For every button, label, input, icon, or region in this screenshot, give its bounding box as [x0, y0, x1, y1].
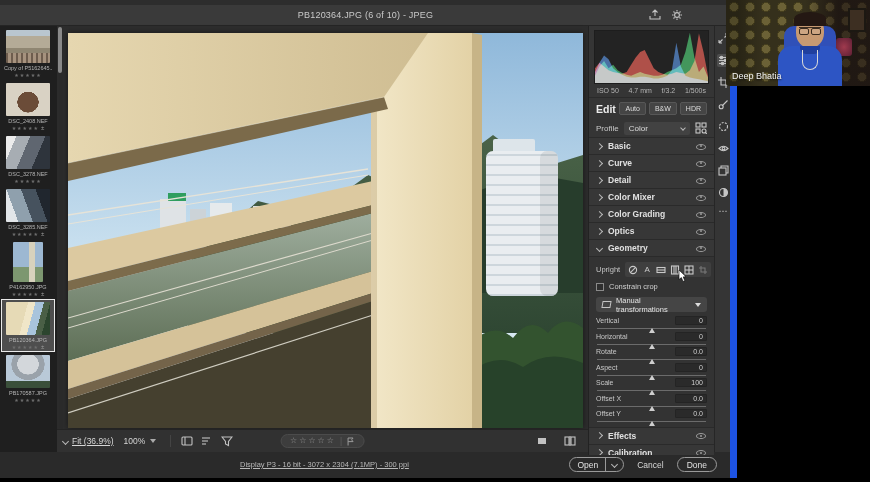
eye-icon[interactable] [696, 210, 706, 219]
versions-icon[interactable] [717, 164, 730, 177]
star-rating[interactable]: ★★★★★ [14, 72, 41, 78]
panel-section-detail[interactable]: Detail [589, 172, 714, 189]
panel-section-basic[interactable]: Basic [589, 138, 714, 155]
slider-thumb[interactable] [649, 390, 655, 395]
filter-icon[interactable] [221, 435, 233, 447]
thumbnail-image[interactable] [13, 242, 43, 282]
filmstrip-item[interactable]: Copy of P5162645.JPG ★★★★★ [2, 28, 54, 79]
masking-tool-icon[interactable] [717, 120, 730, 133]
slider-value[interactable]: 0.0 [675, 347, 707, 356]
slider-track[interactable] [597, 390, 706, 391]
upright-auto-button[interactable]: A [640, 263, 654, 276]
photo[interactable] [68, 33, 583, 428]
open-button-label[interactable]: Open [570, 458, 606, 471]
panel-section-color-mixer[interactable]: Color Mixer [589, 189, 714, 206]
more-tools-icon[interactable]: ⋯ [719, 208, 728, 214]
star-rating[interactable]: ★★★★★ [14, 397, 41, 403]
panel-section-effects[interactable]: Effects [589, 428, 714, 445]
upright-guided-button[interactable] [696, 263, 710, 276]
profile-select[interactable]: Color [624, 122, 690, 135]
panel-section-curve[interactable]: Curve [589, 155, 714, 172]
panel-section-color-grading[interactable]: Color Grading [589, 206, 714, 223]
slider-thumb[interactable] [649, 359, 655, 364]
slider-track[interactable] [597, 421, 706, 422]
panel-section-optics[interactable]: Optics [589, 223, 714, 240]
done-button[interactable]: Done [677, 457, 717, 472]
eye-icon[interactable] [696, 448, 706, 455]
presets-icon[interactable] [717, 186, 730, 199]
constrain-crop-row[interactable]: Constrain crop [596, 279, 707, 294]
collapse-toolbar-icon[interactable] [62, 437, 69, 444]
bw-button[interactable]: B&W [649, 102, 677, 115]
thumbnail-image[interactable] [6, 83, 50, 116]
thumbnail-image[interactable] [6, 136, 50, 169]
filmstrip-toggle-icon[interactable] [181, 435, 193, 447]
flag-pick-icon[interactable] [347, 437, 355, 446]
filmstrip-item[interactable]: PB170587.JPG ★★★★★ [2, 353, 54, 404]
manual-transformations-header[interactable]: Manual transformations [596, 297, 707, 312]
constrain-crop-checkbox[interactable] [596, 283, 604, 291]
eye-icon[interactable] [696, 227, 706, 236]
slider-track[interactable] [597, 328, 706, 329]
slider-thumb[interactable] [649, 406, 655, 411]
slider-thumb[interactable] [649, 375, 655, 380]
star-rating[interactable]: ★★★★★ [12, 291, 39, 297]
slider-thumb[interactable] [649, 421, 655, 426]
zoom-level-button[interactable]: 100% [124, 436, 146, 446]
star-rating[interactable]: ★★★★★ [14, 178, 41, 184]
star-rating[interactable]: ★★★★★ [12, 344, 39, 350]
slider-thumb[interactable] [649, 344, 655, 349]
slider-thumb[interactable] [649, 328, 655, 333]
eye-icon[interactable] [696, 142, 706, 151]
slider-value[interactable]: 0 [675, 316, 707, 325]
slider-track[interactable] [597, 344, 706, 345]
open-button[interactable]: Open [569, 457, 624, 472]
eye-icon[interactable] [696, 193, 706, 202]
scrollbar-thumb[interactable] [58, 27, 62, 73]
slider-track[interactable] [597, 406, 706, 407]
slider-value[interactable]: 0 [675, 332, 707, 341]
panel-section-geometry[interactable]: Geometry [589, 240, 714, 257]
upright-level-button[interactable] [654, 263, 668, 276]
profile-browse-icon[interactable] [695, 122, 707, 134]
hdr-button[interactable]: HDR [680, 102, 707, 115]
slider-track[interactable] [597, 375, 706, 376]
eye-icon[interactable] [696, 176, 706, 185]
image-info-link[interactable]: Display P3 - 16 bit - 3072 x 2304 (7.1MP… [240, 460, 409, 469]
upright-off-button[interactable] [626, 263, 640, 276]
gear-icon[interactable] [671, 9, 683, 21]
eye-icon[interactable] [696, 431, 706, 440]
eye-icon[interactable] [696, 244, 706, 253]
star-rating[interactable]: ★★★★★ [12, 125, 39, 131]
filmstrip-item[interactable]: DSC_3285.NEF ★★★★★± [2, 187, 54, 238]
filmstrip-item-selected[interactable]: PB120364.JPG ★★★★★± [2, 300, 54, 351]
panel-section-calibration[interactable]: Calibration [589, 445, 714, 456]
collapse-caret-icon[interactable] [695, 303, 701, 307]
export-icon[interactable] [649, 9, 661, 21]
star-rating[interactable]: ★★★★★ [12, 231, 39, 237]
healing-tool-icon[interactable] [717, 98, 730, 111]
thumbnail-image[interactable] [6, 355, 50, 388]
thumbnail-image[interactable] [6, 189, 50, 222]
eye-icon[interactable] [696, 159, 706, 168]
thumbnail-image[interactable] [6, 302, 50, 335]
split-view-icon[interactable] [564, 435, 576, 447]
slider-value[interactable]: 0.0 [675, 409, 707, 418]
slider-track[interactable] [597, 359, 706, 360]
filmstrip-item[interactable]: DSC_3278.NEF ★★★★★ [2, 134, 54, 185]
red-eye-tool-icon[interactable] [717, 142, 730, 155]
open-options-caret-icon[interactable] [606, 462, 623, 467]
slider-value[interactable]: 100 [675, 378, 707, 387]
cancel-button[interactable]: Cancel [637, 460, 663, 470]
fit-zoom-button[interactable]: Fit (36.9%) [72, 436, 114, 446]
show-original-icon[interactable] [536, 435, 548, 447]
zoom-caret-icon[interactable] [150, 439, 156, 443]
sort-icon[interactable] [201, 435, 213, 447]
auto-button[interactable]: Auto [619, 102, 645, 115]
thumbnail-image[interactable] [6, 30, 50, 63]
histogram[interactable] [594, 30, 709, 84]
filmstrip-item[interactable]: DSC_2408.NEF ★★★★★± [2, 81, 54, 132]
filmstrip-item[interactable]: P4162950.JPG ★★★★★± [2, 240, 54, 298]
slider-value[interactable]: 0.0 [675, 394, 707, 403]
slider-value[interactable]: 0 [675, 363, 707, 372]
